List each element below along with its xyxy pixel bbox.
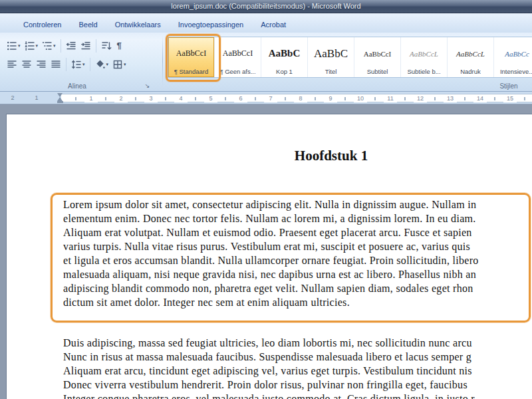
tab-invoegtoepassingen[interactable]: Invoegtoepassingen bbox=[170, 17, 252, 33]
text-line: Aliquam erat arcu, tincidunt eget adipis… bbox=[7, 364, 532, 378]
text-line: et ligula et eros accumsan blandit. Null… bbox=[7, 253, 532, 267]
text-line: Aliquam erat volutpat. Nullam et euismod… bbox=[7, 225, 532, 239]
ruler-number: 10 bbox=[354, 94, 367, 102]
style-label: Kop 1 bbox=[276, 68, 293, 75]
align-right-button[interactable] bbox=[35, 57, 48, 71]
style-item-standaard[interactable]: AaBbCcI ¶ Standaard bbox=[168, 37, 215, 77]
separator bbox=[96, 39, 96, 53]
style-item-nadruk[interactable]: AaBbCcL Nadruk bbox=[448, 37, 494, 77]
ruler-number: 5 bbox=[204, 94, 217, 102]
numbering-icon bbox=[25, 41, 35, 51]
text-line: Integer congue pharetra eros, vel malesu… bbox=[7, 392, 532, 399]
justify-button[interactable] bbox=[49, 57, 63, 71]
style-item-geen-afstand[interactable]: AaBbCcI ¶ Geen afs... bbox=[215, 37, 261, 77]
text-line: varius turpis. Nulla vitae risus purus. … bbox=[7, 239, 532, 253]
style-label: Titel bbox=[325, 68, 337, 75]
style-item-subtiele-benadrukking[interactable]: AaBbCcL Subtiele b... bbox=[401, 37, 448, 77]
decrease-indent-icon bbox=[66, 41, 76, 51]
borders-icon bbox=[112, 59, 123, 70]
shading-icon bbox=[95, 59, 106, 70]
style-label: Nadruk bbox=[460, 68, 481, 75]
text-line: elementum enim. Donec nec tortor felis. … bbox=[7, 211, 532, 225]
sort-button[interactable] bbox=[100, 39, 113, 53]
ruler-margin-number: 2 bbox=[8, 94, 17, 102]
ruler-text-area[interactable]: 1 2 3 4 5 6 7 8 9 10 11 12 13 14 15 bbox=[61, 94, 532, 102]
ruler-number: 3 bbox=[144, 94, 158, 102]
show-paragraph-marks-button[interactable]: ¶ bbox=[114, 39, 124, 53]
chevron-down-icon: ▾ bbox=[53, 43, 56, 48]
separator bbox=[66, 58, 66, 71]
chevron-down-icon: ▾ bbox=[106, 62, 109, 66]
pilcrow-icon: ¶ bbox=[116, 41, 123, 51]
alinea-row-1: ▾ ▾ ▾ ¶ bbox=[5, 39, 124, 53]
style-sample: AaBbCcI bbox=[364, 50, 392, 58]
numbering-button[interactable]: ▾ bbox=[23, 39, 40, 53]
text-line: malesuada aliquam, nisi neque gravida ni… bbox=[7, 267, 532, 281]
tab-beeld[interactable]: Beeld bbox=[70, 17, 106, 33]
ruler-number: 9 bbox=[324, 94, 337, 102]
align-right-icon bbox=[36, 59, 47, 70]
tab-controleren[interactable]: Controleren bbox=[15, 17, 70, 33]
group-label-stijlen: Stijlen bbox=[466, 82, 532, 90]
title-bar[interactable]: lorem_ipsum.doc (Compatibiliteitsmodus) … bbox=[0, 0, 532, 13]
chevron-down-icon: ▾ bbox=[82, 62, 85, 66]
text-line: dictum sit amet dolor. Integer nec sem a… bbox=[7, 295, 532, 309]
ribbon-tab-bar: Controleren Beeld Ontwikkelaars Invoegto… bbox=[0, 13, 532, 33]
tab-ontwikkelaars[interactable]: Ontwikkelaars bbox=[106, 17, 170, 33]
ruler-number: 2 bbox=[114, 94, 128, 102]
style-sample: AaBbCcI bbox=[176, 49, 206, 59]
ruler-number: 6 bbox=[234, 94, 247, 102]
style-item-intensieve-benadrukking[interactable]: AaBbCc Intensieve... bbox=[494, 37, 532, 77]
shading-button[interactable]: ▾ bbox=[94, 57, 110, 71]
align-center-button[interactable] bbox=[20, 57, 33, 71]
horizontal-ruler[interactable]: 2 1 1 2 3 4 5 6 7 8 9 10 11 12 13 14 15 bbox=[0, 92, 532, 104]
increase-indent-button[interactable] bbox=[79, 39, 92, 53]
paragraph-2: Duis adipiscing, massa sed feugiat ultri… bbox=[7, 336, 532, 399]
window-title: lorem_ipsum.doc (Compatibiliteitsmodus) … bbox=[0, 0, 532, 13]
line-spacing-button[interactable]: ▾ bbox=[70, 57, 86, 71]
ruler-number: 15 bbox=[503, 94, 517, 102]
decrease-indent-button[interactable] bbox=[65, 39, 78, 53]
chevron-down-icon: ▾ bbox=[124, 62, 126, 66]
style-item-subtitel[interactable]: AaBbCcI Subtitel bbox=[354, 37, 401, 77]
group-label-alinea: Alinea bbox=[0, 82, 154, 90]
ruler-number: 4 bbox=[174, 94, 188, 102]
document-page[interactable]: Hoofdstuk 1 Lorem ipsum dolor sit amet, … bbox=[7, 114, 532, 399]
ruler-margin-number: 1 bbox=[32, 94, 41, 102]
align-left-button[interactable] bbox=[5, 57, 19, 71]
style-item-kop1[interactable]: AaBbC Kop 1 bbox=[261, 37, 308, 77]
align-center-icon bbox=[21, 59, 32, 70]
style-sample: AaBbC bbox=[269, 48, 301, 59]
chapter-heading: Hoofdstuk 1 bbox=[7, 114, 532, 164]
bullets-button[interactable]: ▾ bbox=[5, 39, 22, 53]
separator bbox=[90, 58, 90, 71]
text-line: Duis adipiscing, massa sed feugiat ultri… bbox=[7, 336, 532, 350]
style-sample: AaBbCcL bbox=[410, 50, 438, 58]
chevron-down-icon: ▾ bbox=[18, 43, 21, 48]
tab-acrobat[interactable]: Acrobat bbox=[252, 17, 295, 33]
alinea-dialog-launcher[interactable]: ↘ bbox=[143, 81, 152, 90]
align-left-icon bbox=[7, 59, 17, 70]
style-label: ¶ Geen afs... bbox=[219, 68, 255, 75]
separator bbox=[61, 39, 61, 53]
ruler-number: 7 bbox=[264, 94, 277, 102]
ribbon: ▾ ▾ ▾ ¶ bbox=[0, 33, 532, 92]
bullets-icon bbox=[7, 41, 17, 51]
multilevel-list-icon bbox=[42, 41, 53, 51]
style-sample: AaBbCc bbox=[505, 50, 529, 58]
ruler-number: 13 bbox=[444, 94, 457, 102]
style-label: Intensieve... bbox=[500, 68, 532, 75]
ruler-number: 12 bbox=[414, 94, 427, 102]
line-spacing-icon bbox=[71, 59, 82, 70]
borders-button[interactable]: ▾ bbox=[111, 57, 128, 71]
style-label: Subtitel bbox=[367, 68, 388, 75]
group-separator bbox=[162, 35, 163, 86]
left-indent-marker[interactable] bbox=[57, 101, 63, 103]
increase-indent-icon bbox=[80, 41, 91, 51]
multilevel-list-button[interactable]: ▾ bbox=[41, 39, 57, 53]
style-item-titel[interactable]: AaBbC Titel bbox=[308, 37, 354, 77]
document-area: Hoofdstuk 1 Lorem ipsum dolor sit amet, … bbox=[0, 105, 532, 399]
paragraph-1: Lorem ipsum dolor sit amet, consectetur … bbox=[7, 198, 532, 309]
style-label: ¶ Standaard bbox=[174, 68, 209, 75]
text-line: Donec viverra vestibulum hendrerit. Proi… bbox=[7, 378, 532, 392]
